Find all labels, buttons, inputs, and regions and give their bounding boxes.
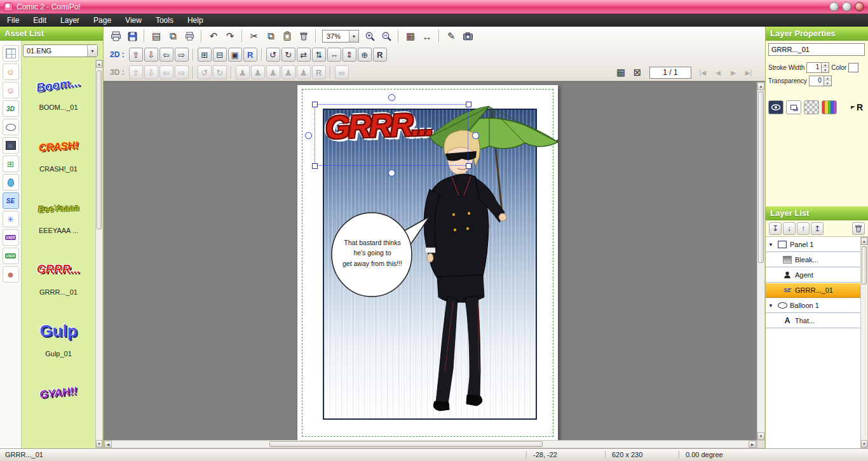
layer-row-grrr-selected[interactable]: SE GRRR..._01 (766, 283, 868, 298)
3d-pose-leg-button[interactable]: ♟ (266, 65, 280, 79)
category-user-2d-button[interactable]: USER (3, 229, 19, 246)
2d-reset-all-button[interactable]: R (373, 48, 387, 62)
selection-handle-bottom-left[interactable] (312, 163, 318, 169)
canvas-vertical-scrollbar[interactable]: ▲ ▼ (757, 82, 765, 441)
selection-rotate-handle-top[interactable] (388, 94, 395, 101)
scroll-left-icon[interactable]: ◀ (104, 441, 112, 448)
first-page-button[interactable]: |◀ (695, 66, 710, 79)
zoom-dropdown-arrow-icon[interactable]: ▼ (349, 30, 358, 42)
new-page-button[interactable]: ▤ (149, 29, 164, 44)
3d-move-left-button[interactable]: ⇦ (159, 65, 173, 79)
redo-button[interactable]: ↷ (222, 29, 238, 44)
3d-rotate-ccw-button[interactable]: ↺ (198, 65, 212, 79)
canvas-v-scrollbar-thumb[interactable] (758, 91, 764, 263)
layer-name-input[interactable] (768, 43, 865, 56)
asset-item-gyah[interactable]: GYAH!! (22, 368, 95, 429)
layer-scrollbar-thumb[interactable] (862, 246, 867, 284)
3d-pose-head-button[interactable]: ♟ (281, 65, 295, 79)
2d-rotate-cw-button[interactable]: ↻ (281, 48, 295, 62)
asset-item-eeeyaaa[interactable]: EeeYaaaa EEEYAAA ... (22, 183, 95, 244)
2d-fit-frame-button[interactable]: ▣ (228, 48, 242, 62)
category-user-3d-button[interactable]: USER (3, 248, 19, 264)
category-effect-drop-button[interactable] (3, 174, 19, 190)
category-se-button[interactable]: SE (3, 192, 19, 209)
stepper-down-icon[interactable]: ▼ (822, 68, 829, 73)
menu-tools[interactable]: Tools (149, 14, 180, 27)
delete-layer-button[interactable] (852, 222, 865, 235)
asset-category-combobox[interactable]: 01.ENG ▼ (23, 44, 98, 57)
selection-handle-top-left[interactable] (312, 102, 318, 107)
asset-category-dropdown-arrow-icon[interactable]: ▼ (87, 45, 97, 57)
title-bar[interactable]: Comic 2 - ComiPo! (0, 0, 868, 14)
scroll-down-icon[interactable]: ▼ (757, 432, 764, 440)
scroll-up-icon[interactable]: ▲ (96, 60, 102, 68)
canvas-h-scrollbar-thumb[interactable] (269, 441, 543, 447)
print-button[interactable] (108, 29, 123, 44)
layer-row-bleak[interactable]: Bleak... (766, 252, 868, 267)
scroll-right-icon[interactable]: ▶ (749, 441, 756, 448)
canvas-viewport[interactable]: GRRR... (104, 81, 765, 448)
grid-view-button[interactable]: ▦ (403, 29, 418, 44)
selection-handle-right[interactable] (472, 132, 479, 139)
stepper-down-icon[interactable]: ▼ (824, 81, 831, 86)
asset-item-crash[interactable]: CRASH! CRASH!_01 (22, 121, 95, 183)
previous-page-button[interactable]: ◀ (710, 66, 726, 79)
scroll-up-icon[interactable]: ▲ (861, 237, 867, 245)
delete-button[interactable] (296, 29, 311, 44)
reset-properties-button[interactable]: R (851, 102, 865, 112)
category-balloon-button[interactable] (3, 119, 19, 135)
menu-page[interactable]: Page (86, 14, 118, 27)
selection-rotate-handle-bottom[interactable] (388, 170, 395, 177)
2d-scale-up-button[interactable]: ⊞ (198, 48, 212, 62)
balloon-text[interactable]: That bastard thinks he's going to get aw… (334, 237, 411, 269)
3d-pose-hand-button[interactable]: ♟ (297, 65, 311, 79)
2d-stretch-v-button[interactable]: ⇕ (342, 48, 356, 62)
3d-pose-body-button[interactable]: ♟ (236, 65, 250, 79)
visibility-button[interactable] (768, 100, 783, 114)
transparency-pattern-button[interactable] (804, 100, 819, 114)
save-button[interactable] (125, 29, 140, 44)
asset-item-boom[interactable]: Boom... BOOM..._01 (22, 60, 95, 121)
3d-move-down-button[interactable]: ⇩ (144, 65, 158, 79)
menu-view[interactable]: View (118, 14, 149, 27)
page-grid-button[interactable]: ▦ (613, 65, 628, 80)
category-character-girl-button[interactable]: ☺ (3, 82, 19, 98)
minimize-button[interactable] (829, 2, 839, 11)
menu-layer[interactable]: Layer (53, 14, 86, 27)
next-page-button[interactable]: ▶ (726, 66, 741, 79)
send-backward-button[interactable]: ↓ (783, 222, 796, 235)
duplicate-page-button[interactable]: ⧉ (165, 29, 180, 44)
category-3d-item-button[interactable]: 3D (3, 100, 19, 117)
2d-move-left-button[interactable]: ⇦ (159, 48, 173, 62)
scroll-up-icon[interactable]: ▲ (757, 83, 764, 90)
layer-row-panel1[interactable]: ▼ Panel 1 (766, 237, 868, 252)
maximize-button[interactable] (842, 2, 851, 11)
category-background-button[interactable]: ⌂ (3, 137, 19, 154)
asset-item-gulp[interactable]: Gulp Gulp_01 (22, 306, 95, 368)
print-page-button[interactable] (182, 29, 197, 44)
asset-scrollbar-thumb[interactable] (97, 70, 102, 229)
2d-move-down-button[interactable]: ⇩ (144, 48, 158, 62)
expander-icon[interactable]: ▼ (768, 242, 775, 248)
page-delete-button[interactable]: ⊠ (630, 65, 645, 80)
2d-rotate-ccw-button[interactable]: ↺ (266, 48, 280, 62)
stroke-width-stepper[interactable]: 1 ▲▼ (806, 62, 829, 73)
selection-bounds[interactable] (315, 104, 468, 166)
scroll-down-icon[interactable]: ▼ (96, 440, 102, 448)
zoom-out-button[interactable] (379, 29, 394, 44)
asset-item-grrr[interactable]: GRRR... GRRR..._01 (22, 244, 95, 306)
close-button[interactable] (855, 2, 864, 11)
category-item-box-button[interactable]: ⊞ (3, 156, 19, 172)
2d-move-right-button[interactable]: ⇨ (175, 48, 189, 62)
comic-page[interactable]: GRRR... (297, 85, 558, 441)
category-frames-button[interactable] (3, 45, 19, 62)
category-portrait-button[interactable]: ☻ (3, 266, 19, 283)
gradient-button[interactable] (822, 100, 837, 114)
undo-button[interactable]: ↶ (206, 29, 221, 44)
zoom-in-button[interactable] (362, 29, 377, 44)
2d-center-button[interactable]: ⊕ (358, 48, 372, 62)
stepper-up-icon[interactable]: ▲ (824, 76, 831, 81)
copy-button[interactable]: ⧉ (263, 29, 278, 44)
selection-handle-top-right[interactable] (466, 102, 471, 107)
canvas-horizontal-scrollbar[interactable]: ◀ ▶ (104, 440, 757, 448)
